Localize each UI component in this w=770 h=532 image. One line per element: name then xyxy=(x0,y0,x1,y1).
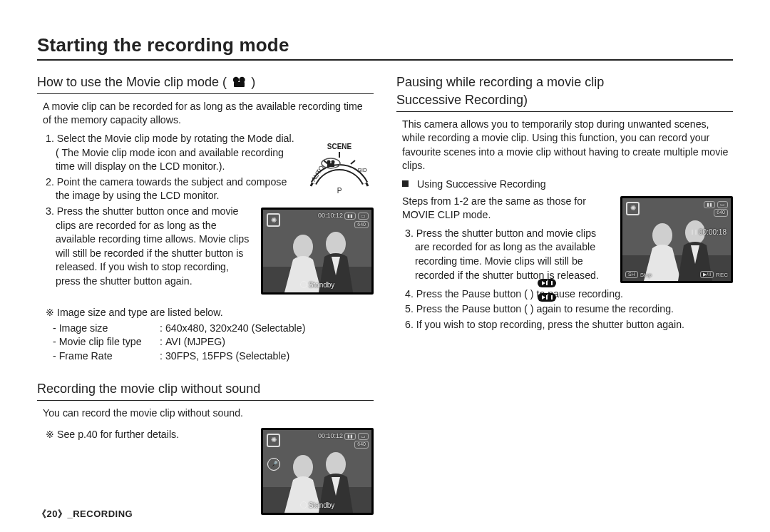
svg-point-12 xyxy=(332,160,335,164)
osd-size-badge: 640 xyxy=(714,209,728,216)
osd-size-badge: 640 xyxy=(354,441,369,448)
osd-time-remaining: 00:10:12 xyxy=(318,432,343,439)
figure-lcd-standby: ✺ 00:10:12 ▮▮ ▭ 640 Standby xyxy=(261,208,374,295)
step: 6. If you wish to stop recording, press … xyxy=(405,318,733,332)
osd-standby: Standby xyxy=(309,281,335,289)
spec-label: - Frame Rate xyxy=(53,349,160,364)
svg-point-24 xyxy=(652,223,672,247)
footer-section: _RECORDING xyxy=(67,508,133,519)
bracket-open: 《 xyxy=(37,508,47,519)
page-title: Starting the recording mode xyxy=(37,34,733,61)
subhead-nosound: Recording the movie clip without sound xyxy=(37,380,374,401)
osd-sh: SH xyxy=(625,271,638,278)
subhead-movie-clip-text: How to use the Movie clip mode ( xyxy=(37,75,227,89)
osd-standby: Standby xyxy=(309,501,335,509)
svg-point-20 xyxy=(293,455,313,479)
page-footer: 《20》_RECORDING xyxy=(37,508,133,521)
subhead-movie-clip: How to use the Movie clip mode ( ) xyxy=(37,73,374,94)
spec-label: - Image size xyxy=(53,322,160,336)
spec-value: 30FPS, 15FPS (Selectable) xyxy=(165,349,289,364)
svg-rect-13 xyxy=(327,163,334,167)
spec-value: 640x480, 320x240 (Selectable) xyxy=(165,322,305,336)
osd-rec-time: 00:00:18 xyxy=(699,228,727,236)
step: 4. Press the Pause button ( ) to pause r… xyxy=(405,287,733,302)
spec-value: AVI (MJPEG) xyxy=(165,335,225,349)
subhead-successive: Pausing while recording a movie clip Suc… xyxy=(396,73,733,112)
svg-text:P: P xyxy=(337,187,342,195)
osd-time-remaining: 00:10:12 xyxy=(318,212,343,219)
svg-point-0 xyxy=(233,77,239,83)
figure-lcd-recording: ✺ ▮▮ ▭ 640 00:00:18 SH Stop ▶/II REC xyxy=(620,196,733,283)
page-number: 20 xyxy=(47,508,58,519)
svg-point-17 xyxy=(326,232,346,256)
osd-stop: Stop xyxy=(640,271,652,279)
svg-point-16 xyxy=(293,235,313,259)
pause-button-icon xyxy=(538,293,556,302)
figure-mode-dial: SCENE AUTO SID P xyxy=(305,132,374,199)
bullet-successive: Using Successive Recording xyxy=(402,178,733,192)
osd-size-badge: 640 xyxy=(354,221,369,228)
osd-rec-label: REC xyxy=(716,271,728,279)
figure-lcd-nosound: ✺ 00:10:12 ▮▮ ▭ 640 🎤 Standby xyxy=(261,428,374,515)
subhead-successive-l2: Successive Recording) xyxy=(396,93,528,107)
lead-successive: This camera allows you to temporarily st… xyxy=(402,118,733,173)
note-specs-header: ※ Image size and type are listed below. xyxy=(46,306,374,320)
lead-movie-clip: A movie clip can be recorded for as long… xyxy=(43,100,374,128)
spec-label: - Movie clip file type xyxy=(53,335,160,349)
svg-line-5 xyxy=(351,160,355,164)
movie-mode-osd-icon: ✺ xyxy=(267,213,280,227)
bracket-close: 》 xyxy=(58,508,68,519)
step: 5. Press the Pause button ( ) again to r… xyxy=(405,302,733,317)
pause-button-icon xyxy=(538,279,556,287)
svg-text:SID: SID xyxy=(357,167,367,173)
osd-play-pause: ▶/II xyxy=(700,271,714,278)
movie-mode-icon xyxy=(232,76,247,88)
svg-rect-2 xyxy=(234,82,245,87)
movie-mode-osd-icon: ✺ xyxy=(626,202,640,215)
movie-mode-osd-icon: ✺ xyxy=(267,434,280,447)
svg-point-21 xyxy=(326,452,346,476)
subhead-movie-clip-close: ) xyxy=(251,75,255,89)
svg-point-11 xyxy=(327,160,331,164)
svg-point-1 xyxy=(239,77,245,83)
lead-nosound: You can record the movie clip without so… xyxy=(43,406,374,421)
subhead-successive-l1: Pausing while recording a movie clip xyxy=(396,75,604,89)
svg-text:SCENE: SCENE xyxy=(327,143,352,150)
